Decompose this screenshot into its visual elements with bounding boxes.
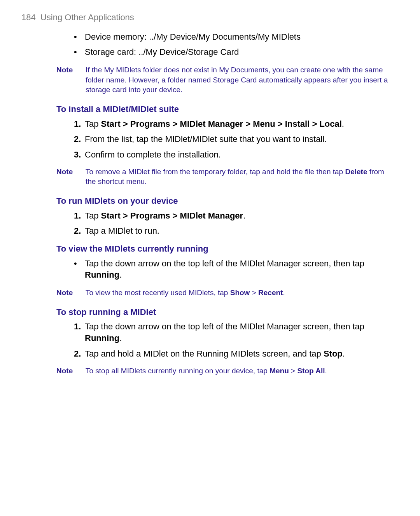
- step-marker: 1.: [74, 321, 81, 332]
- note-block: Note If the My MIDlets folder does not e…: [21, 65, 399, 95]
- note-bold1: Menu: [270, 367, 289, 375]
- step-text-post: .: [243, 211, 245, 220]
- note-post: .: [325, 367, 327, 375]
- numbered-list: 1. Tap the down arrow on the top left of…: [21, 321, 399, 359]
- top-bullet-list: Device memory: ../My Device/My Documents…: [21, 31, 399, 58]
- note-text: To stop all MIDlets currently running on…: [86, 366, 399, 376]
- note-label: Note: [56, 167, 86, 187]
- bullet-pre: Tap the down arrow on the top left of th…: [85, 259, 364, 268]
- list-item: 3. Confirm to complete the installation.: [74, 149, 399, 161]
- step-text-post: .: [342, 119, 344, 129]
- list-item: 2. Tap and hold a MIDlet on the Running …: [74, 348, 399, 360]
- bullet-text: Device memory: ../My Device/My Documents…: [85, 32, 301, 42]
- step-text: Confirm to complete the installation.: [85, 150, 221, 159]
- section-heading: To stop running a MIDlet: [56, 306, 399, 318]
- note-bold: Delete: [345, 168, 367, 176]
- note-bold1: Show: [230, 289, 250, 297]
- step-text-bold: Start > Programs > MIDlet Manager > Menu…: [101, 119, 342, 129]
- note-block: Note To view the most recently used MIDl…: [21, 288, 399, 298]
- step-marker: 1.: [74, 118, 81, 130]
- step-text: Tap a MIDlet to run.: [85, 226, 159, 236]
- note-label: Note: [56, 65, 86, 95]
- step-text-pre: Tap the down arrow on the top left of th…: [85, 322, 364, 331]
- numbered-list: 1. Tap Start > Programs > MIDlet Manager…: [21, 210, 399, 237]
- section-heading: To run MIDlets on your device: [56, 195, 399, 207]
- bullet-list: Tap the down arrow on the top left of th…: [21, 258, 399, 281]
- note-mid: >: [289, 367, 298, 375]
- list-item: 1. Tap Start > Programs > MIDlet Manager…: [74, 118, 399, 130]
- section-heading: To view the MIDlets currently running: [56, 243, 399, 255]
- note-bold2: Stop All: [297, 367, 325, 375]
- note-block: Note To stop all MIDlets currently runni…: [21, 366, 399, 376]
- step-marker: 3.: [74, 149, 81, 161]
- page-header: 184 Using Other Applications: [21, 12, 399, 23]
- list-item: 1. Tap Start > Programs > MIDlet Manager…: [74, 210, 399, 222]
- step-text-bold: Start > Programs > MIDlet Manager: [101, 211, 243, 220]
- bullet-text: Storage card: ../My Device/Storage Card: [85, 47, 239, 57]
- step-text-pre: Tap: [85, 119, 101, 129]
- note-pre: To stop all MIDlets currently running on…: [86, 367, 270, 375]
- note-post: .: [283, 289, 285, 297]
- page-number: 184: [21, 12, 36, 22]
- note-bold2: Recent: [258, 289, 283, 297]
- list-item: 2. From the list, tap the MIDlet/MIDlet …: [74, 133, 399, 145]
- list-item: Tap the down arrow on the top left of th…: [74, 258, 399, 281]
- step-text-bold: Running: [85, 333, 119, 343]
- step-text-pre: Tap and hold a MIDlet on the Running MID…: [85, 349, 324, 359]
- list-item: Storage card: ../My Device/Storage Card: [74, 46, 399, 58]
- step-marker: 2.: [74, 133, 81, 145]
- list-item: 1. Tap the down arrow on the top left of…: [74, 321, 399, 344]
- list-item: 2. Tap a MIDlet to run.: [74, 225, 399, 237]
- note-label: Note: [56, 366, 86, 376]
- step-marker: 1.: [74, 210, 81, 222]
- numbered-list: 1. Tap Start > Programs > MIDlet Manager…: [21, 118, 399, 161]
- note-block: Note To remove a MIDlet file from the te…: [21, 167, 399, 187]
- step-text-bold: Stop: [324, 349, 343, 359]
- step-text-post: .: [343, 349, 345, 359]
- section-heading: To install a MIDlet/MIDlet suite: [56, 103, 399, 115]
- note-text: If the My MIDlets folder does not exist …: [86, 65, 399, 95]
- step-text-post: .: [119, 333, 122, 343]
- step-marker: 2.: [74, 348, 81, 360]
- bullet-post: .: [119, 270, 122, 280]
- list-item: Device memory: ../My Device/My Documents…: [74, 31, 399, 43]
- step-marker: 2.: [74, 225, 81, 237]
- step-text-pre: Tap: [85, 211, 101, 220]
- step-text: From the list, tap the MIDlet/MIDlet sui…: [85, 134, 327, 144]
- note-text: To remove a MIDlet file from the tempora…: [86, 167, 399, 187]
- bullet-bold: Running: [85, 270, 119, 280]
- note-pre: To view the most recently used MIDlets, …: [86, 289, 230, 297]
- note-mid: >: [250, 289, 258, 297]
- note-pre: To remove a MIDlet file from the tempora…: [86, 168, 345, 176]
- note-label: Note: [56, 288, 86, 298]
- page-title: Using Other Applications: [40, 12, 134, 22]
- note-text: To view the most recently used MIDlets, …: [86, 288, 399, 298]
